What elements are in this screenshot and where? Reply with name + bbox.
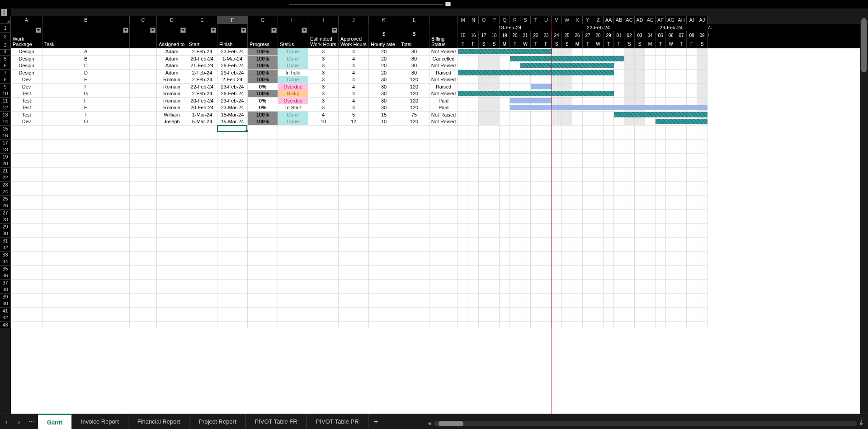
- timeline-cell[interactable]: [624, 70, 635, 77]
- cell[interactable]: [656, 294, 666, 301]
- cell[interactable]: [429, 252, 458, 259]
- cell[interactable]: [217, 244, 248, 252]
- cell[interactable]: Test: [11, 98, 42, 105]
- cell[interactable]: [130, 84, 157, 91]
- cell[interactable]: [531, 272, 541, 280]
- col-header-R[interactable]: R: [510, 16, 520, 24]
- timeline-cell[interactable]: [572, 84, 583, 91]
- cell[interactable]: [479, 280, 489, 287]
- cell[interactable]: [217, 196, 248, 203]
- cell[interactable]: [697, 160, 708, 168]
- cell[interactable]: [399, 202, 429, 210]
- cell[interactable]: [562, 294, 572, 301]
- cell[interactable]: O: [42, 118, 130, 126]
- cell[interactable]: [666, 314, 676, 322]
- cell[interactable]: [369, 202, 399, 210]
- cell[interactable]: [552, 266, 562, 273]
- cell[interactable]: [656, 202, 666, 210]
- cell[interactable]: [339, 322, 369, 329]
- cell[interactable]: [583, 266, 593, 273]
- cell[interactable]: [562, 244, 572, 252]
- cell[interactable]: [541, 238, 552, 245]
- cell[interactable]: [42, 196, 130, 203]
- cell[interactable]: [248, 252, 278, 259]
- cell[interactable]: [468, 196, 479, 203]
- cell[interactable]: [531, 216, 541, 224]
- timeline-cell[interactable]: [479, 76, 489, 84]
- timeline-cell[interactable]: [489, 98, 500, 105]
- timeline-cell[interactable]: [531, 76, 541, 84]
- col-header-C[interactable]: C: [130, 16, 157, 24]
- cell[interactable]: [489, 174, 500, 182]
- cell[interactable]: [217, 188, 248, 196]
- cell[interactable]: [697, 196, 708, 203]
- cell[interactable]: [541, 258, 552, 266]
- cell[interactable]: [429, 160, 458, 168]
- timeline-cell[interactable]: [687, 98, 697, 105]
- cell[interactable]: [520, 286, 531, 294]
- cell[interactable]: [656, 300, 666, 308]
- cell[interactable]: [583, 174, 593, 182]
- cell[interactable]: [399, 294, 429, 301]
- col-header-AG[interactable]: AG: [666, 16, 676, 24]
- cell[interactable]: [562, 202, 572, 210]
- cell[interactable]: [399, 196, 429, 203]
- cell[interactable]: 30: [369, 98, 399, 105]
- cell[interactable]: [645, 224, 656, 231]
- cell[interactable]: [552, 272, 562, 280]
- timeline-cell[interactable]: [489, 62, 500, 70]
- cell[interactable]: [541, 252, 552, 259]
- cell[interactable]: [697, 132, 708, 140]
- cell[interactable]: [489, 258, 500, 266]
- cell[interactable]: [562, 154, 572, 161]
- timeline-cell[interactable]: [489, 76, 500, 84]
- filter-button[interactable]: [180, 28, 186, 33]
- cell[interactable]: [614, 188, 624, 196]
- cell[interactable]: [645, 300, 656, 308]
- cell[interactable]: [531, 230, 541, 238]
- timeline-cell[interactable]: [687, 62, 697, 70]
- timeline-cell[interactable]: [552, 76, 562, 84]
- cell[interactable]: [157, 182, 187, 189]
- timeline-cell[interactable]: [458, 112, 468, 119]
- cell[interactable]: [157, 258, 187, 266]
- cell[interactable]: [541, 280, 552, 287]
- cell[interactable]: [666, 154, 676, 161]
- cell[interactable]: Dev: [11, 84, 42, 91]
- cell[interactable]: [520, 280, 531, 287]
- col-header-B[interactable]: B: [42, 16, 130, 24]
- cell[interactable]: [552, 280, 562, 287]
- cell[interactable]: [614, 322, 624, 329]
- cell[interactable]: [531, 146, 541, 154]
- row-header-2[interactable]: 2: [0, 33, 10, 41]
- timeline-cell[interactable]: [593, 48, 604, 56]
- cell[interactable]: [339, 272, 369, 280]
- cell[interactable]: Done: [278, 62, 308, 70]
- cell[interactable]: [468, 258, 479, 266]
- cell[interactable]: [399, 210, 429, 217]
- cell[interactable]: [369, 216, 399, 224]
- cell[interactable]: [458, 244, 468, 252]
- cell[interactable]: Not Raised: [429, 112, 458, 119]
- cell[interactable]: [130, 56, 157, 63]
- cell[interactable]: [656, 286, 666, 294]
- timeline-cell[interactable]: [656, 76, 666, 84]
- cell[interactable]: [248, 280, 278, 287]
- gantt-bar[interactable]: [510, 98, 552, 103]
- cell[interactable]: [130, 224, 157, 231]
- cell[interactable]: [635, 210, 645, 217]
- cell[interactable]: [562, 210, 572, 217]
- cell[interactable]: [666, 258, 676, 266]
- cell[interactable]: [510, 224, 520, 231]
- cell[interactable]: [510, 154, 520, 161]
- timeline-cell[interactable]: [656, 62, 666, 70]
- cell[interactable]: [187, 182, 217, 189]
- cell[interactable]: [217, 238, 248, 245]
- cell[interactable]: [369, 272, 399, 280]
- cell[interactable]: [676, 146, 687, 154]
- cell[interactable]: [676, 308, 687, 315]
- sheet-tab-invoice-report[interactable]: Invoice Report: [72, 414, 128, 429]
- cell[interactable]: [187, 224, 217, 231]
- timeline-cell[interactable]: [552, 48, 562, 56]
- cell[interactable]: 120: [399, 90, 429, 98]
